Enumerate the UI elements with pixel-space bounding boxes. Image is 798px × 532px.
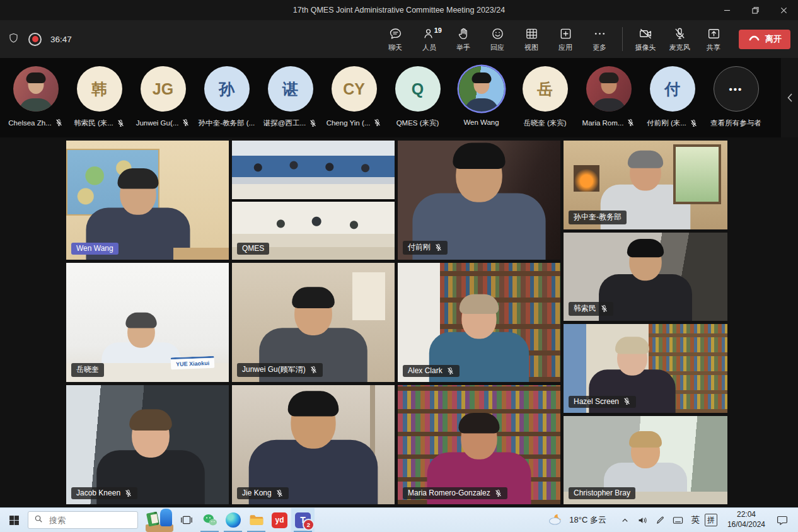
participant-name-label: 付前刚 <box>403 241 448 255</box>
action-center-button[interactable] <box>772 508 793 532</box>
participant-strip-item[interactable]: Wen Wang <box>449 58 513 137</box>
mic-muted-icon <box>182 119 190 127</box>
teams-meeting-window: 17th QMES Joint Administrative Committee… <box>0 0 798 532</box>
participant-strip-item[interactable]: JG Junwei Gu(... <box>131 58 195 137</box>
video-tile[interactable]: 岳晓奎 YUE Xiaokui <box>66 263 229 382</box>
video-tile[interactable]: 付前刚 <box>398 141 560 260</box>
touch-keyboard-icon[interactable] <box>669 508 687 532</box>
video-tile[interactable]: Jacob Kneen <box>66 385 229 504</box>
view-icon <box>524 26 539 41</box>
minimize-button[interactable] <box>713 0 741 20</box>
mic-muted-icon <box>627 119 635 127</box>
participant-strip: Chelsea Zh... 韩 韩索民 (来... JG Junwei Gu(.… <box>0 58 798 137</box>
leave-button[interactable]: 离开 <box>739 30 790 49</box>
view-all-participants-button[interactable]: ••• 查看所有参与者 <box>704 58 768 137</box>
mic-muted-icon <box>309 119 317 127</box>
participant-strip-item[interactable]: Chelsea Zh... <box>4 58 67 137</box>
participant-name-label: Jacob Kneen <box>71 487 137 499</box>
mic-muted-icon <box>623 397 631 405</box>
toolbar-button-label: 应用 <box>558 43 572 52</box>
chat-button[interactable]: 聊天 <box>379 26 412 52</box>
raise-hand-button[interactable]: 举手 <box>447 26 480 52</box>
desk-nameplate: YUE Xiaokui <box>170 356 214 369</box>
participant-strip-item[interactable]: 孙 孙中奎-教务部 (... <box>195 58 258 137</box>
edge-icon[interactable] <box>221 508 245 532</box>
participant-name-label: 岳晓奎 <box>71 363 104 377</box>
ime-language-button[interactable]: 英 <box>687 514 703 526</box>
mic-muted-icon <box>494 489 502 497</box>
video-tile[interactable]: Junwei Gu(顾军渭) <box>232 263 395 382</box>
participant-name: Chelsea Zh... <box>8 119 51 127</box>
participant-strip-item[interactable]: CY Cheng Yin (... <box>322 58 386 137</box>
avatar-initials: 韩 <box>91 79 107 100</box>
search-input[interactable] <box>48 515 132 526</box>
participant-name-label: Wen Wang <box>71 243 119 255</box>
mic-muted-icon <box>446 367 454 375</box>
close-button[interactable] <box>770 0 798 20</box>
file-explorer-icon[interactable] <box>245 508 268 532</box>
weather-widget[interactable]: 18°C 多云 <box>548 512 606 528</box>
participant-strip-item[interactable]: 岳 岳晓奎 (来宾) <box>513 58 577 137</box>
participant-name: 付前刚 (来... <box>647 119 686 128</box>
video-scene <box>232 385 395 504</box>
mic-muted-icon <box>309 366 318 374</box>
video-tile[interactable]: Hazel Screen <box>564 324 727 413</box>
video-tile[interactable]: Maria Romero-Gonzalez <box>398 385 560 504</box>
mic-muted-icon <box>600 304 608 313</box>
view-button[interactable]: 视图 <box>515 26 548 52</box>
apps-button[interactable]: 应用 <box>549 26 582 52</box>
video-tile[interactable]: Jie Kong <box>232 385 395 504</box>
toolbar-button-label: 人员 <box>422 43 436 52</box>
video-tile[interactable]: QMES <box>232 141 395 260</box>
mic-off-button[interactable]: 麦克风 <box>663 26 696 52</box>
video-scene <box>66 385 229 504</box>
video-tile[interactable]: 孙中奎-教务部 <box>564 141 727 229</box>
toolbar-button-label: 共享 <box>707 43 720 52</box>
pen-icon[interactable] <box>652 508 669 532</box>
avatar: Q <box>395 66 441 112</box>
meeting-timer: 36:47 <box>50 35 72 44</box>
desk-wallpaper-icon[interactable] <box>144 503 175 532</box>
people-button[interactable]: 19 人员 <box>413 26 446 52</box>
participant-strip-item[interactable]: Q QMES (来宾) <box>386 58 449 137</box>
video-scene <box>398 263 560 382</box>
video-tile[interactable]: Christopher Bray <box>564 416 727 505</box>
more-button[interactable]: 更多 <box>583 26 616 52</box>
start-button[interactable] <box>0 508 28 532</box>
teams-icon[interactable]: T 2 <box>291 508 315 532</box>
participant-name-label: QMES <box>237 243 269 255</box>
video-scene <box>398 385 560 504</box>
participant-strip-item[interactable]: 付 付前刚 (来... <box>640 58 704 137</box>
video-tile[interactable]: Wen Wang <box>66 141 229 260</box>
task-view-button[interactable] <box>175 508 198 532</box>
avatar-initials: 岳 <box>537 79 553 100</box>
hang-up-icon <box>748 32 761 47</box>
participant-name-label: Jie Kong <box>237 487 289 499</box>
participant-strip-item[interactable]: 谌 谌探@西工... <box>258 58 322 137</box>
tray-overflow-button[interactable] <box>616 508 634 532</box>
wechat-icon[interactable] <box>198 508 221 532</box>
share-button[interactable]: 共享 <box>697 26 730 52</box>
volume-icon[interactable] <box>634 508 652 532</box>
taskbar-search[interactable] <box>28 511 138 529</box>
avatar-initials: 付 <box>664 79 680 100</box>
weather-text: 18°C 多云 <box>569 514 606 526</box>
participant-name: 孙中奎-教务部 (... <box>199 119 255 128</box>
taskbar-clock[interactable]: 22:04 16/04/2024 <box>727 510 765 529</box>
participant-strip-item[interactable]: Maria Rom... <box>577 58 640 137</box>
participant-name-label: Maria Romero-Gonzalez <box>403 487 507 499</box>
participant-name: Wen Wang <box>463 119 499 126</box>
avatar-initials: 谌 <box>282 79 298 100</box>
react-button[interactable]: 回应 <box>481 26 514 52</box>
participant-strip-item[interactable]: 韩 韩索民 (来... <box>67 58 131 137</box>
participant-name-label: 韩索民 <box>569 302 613 316</box>
toolbar-button-label: 视图 <box>524 43 538 52</box>
restore-button[interactable] <box>741 0 770 20</box>
youdao-icon[interactable]: yd <box>268 508 291 532</box>
video-tile[interactable]: Alex Clark <box>398 263 560 382</box>
camera-off-button[interactable]: 摄像头 <box>629 26 662 52</box>
ime-mode-button[interactable]: 拼 <box>705 514 717 526</box>
participant-name-label: Junwei Gu(顾军渭) <box>237 363 323 377</box>
video-tile[interactable]: 韩索民 <box>564 233 727 321</box>
collapse-strip-button[interactable] <box>781 58 798 137</box>
